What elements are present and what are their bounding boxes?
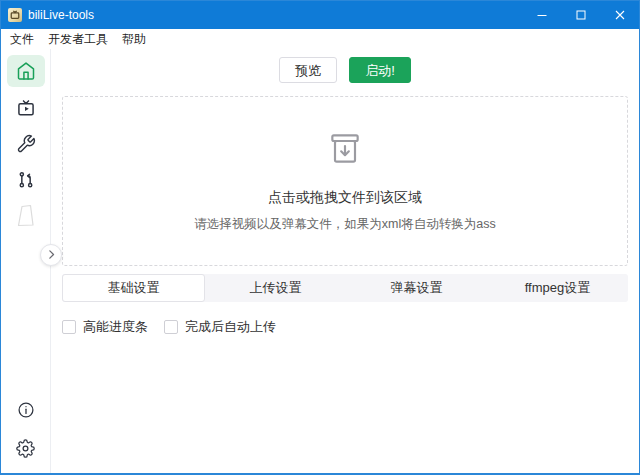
menubar: 文件 开发者工具 帮助: [1, 29, 639, 49]
tab-upload-settings[interactable]: 上传设置: [205, 274, 346, 302]
tv-icon: [16, 98, 36, 118]
action-bar: 预览 启动!: [62, 57, 628, 83]
sidebar-item-convert[interactable]: [7, 165, 45, 195]
window-controls: [522, 1, 639, 29]
dropzone-subtitle: 请选择视频以及弹幕文件，如果为xml将自动转换为ass: [194, 216, 495, 233]
menu-help[interactable]: 帮助: [115, 31, 153, 48]
sidebar-top: [7, 55, 45, 231]
sidebar-item-recorder[interactable]: [7, 93, 45, 123]
home-icon: [16, 61, 36, 81]
maximize-button[interactable]: [561, 1, 600, 29]
gear-icon: [16, 439, 35, 458]
tab-ffmpeg-settings[interactable]: ffmpeg设置: [487, 274, 628, 302]
chevron-right-icon: [46, 248, 57, 263]
minimize-button[interactable]: [522, 1, 561, 29]
sidebar-item-tools[interactable]: [7, 129, 45, 159]
option-auto-upload[interactable]: 完成后自动上传: [164, 318, 276, 336]
start-button[interactable]: 启动!: [349, 57, 411, 83]
checkbox-high-energy[interactable]: [62, 320, 76, 334]
menu-file[interactable]: 文件: [3, 31, 41, 48]
checkbox-label: 完成后自动上传: [185, 318, 276, 336]
sidebar-item-logo[interactable]: [7, 201, 45, 231]
app-window: biliLive-tools 文件 开发者工具 帮助: [0, 0, 640, 475]
dropzone-title: 点击或拖拽文件到该区域: [268, 189, 422, 207]
sidebar-item-about[interactable]: [7, 395, 45, 425]
compare-icon: [16, 170, 36, 190]
checkbox-label: 高能进度条: [83, 318, 148, 336]
tab-basic-settings[interactable]: 基础设置: [62, 274, 205, 302]
settings-tabs: 基础设置 上传设置 弹幕设置 ffmpeg设置: [62, 274, 628, 302]
menu-devtools[interactable]: 开发者工具: [41, 31, 115, 48]
tab-danmu-settings[interactable]: 弹幕设置: [346, 274, 487, 302]
window-title: biliLive-tools: [28, 8, 94, 22]
checkbox-auto-upload[interactable]: [164, 320, 178, 334]
file-dropzone[interactable]: 点击或拖拽文件到该区域 请选择视频以及弹幕文件，如果为xml将自动转换为ass: [62, 96, 628, 266]
wrench-icon: [16, 134, 36, 154]
upload-box-icon: [325, 129, 365, 173]
sidebar-collapse-button[interactable]: [40, 244, 62, 266]
app-icon: [8, 8, 22, 22]
info-icon: [17, 401, 35, 419]
option-high-energy-progress[interactable]: 高能进度条: [62, 318, 148, 336]
faded-logo-icon: [14, 203, 38, 229]
options-row: 高能进度条 完成后自动上传: [62, 318, 628, 336]
close-button[interactable]: [600, 1, 639, 29]
titlebar[interactable]: biliLive-tools: [1, 1, 639, 29]
preview-button[interactable]: 预览: [279, 57, 337, 83]
sidebar-item-settings[interactable]: [7, 433, 45, 463]
main-content: 预览 启动! 点击或拖拽文件到该区域 请选择视频以及弹幕文件，如果为xml将自动…: [51, 49, 639, 473]
sidebar-item-home[interactable]: [7, 55, 45, 87]
sidebar-bottom: [7, 395, 45, 463]
